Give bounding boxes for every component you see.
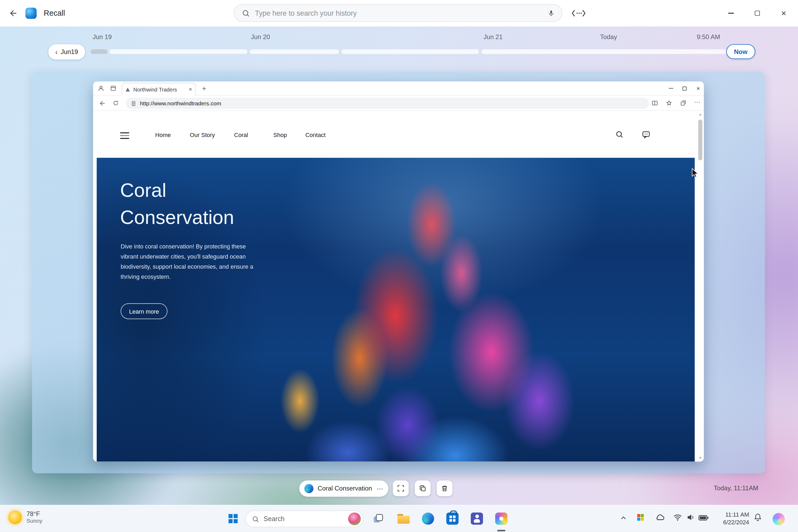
tab-actions-icon[interactable] <box>110 85 116 92</box>
teams-button[interactable] <box>467 508 487 529</box>
trash-icon <box>441 484 449 492</box>
scrollbar-thumb[interactable] <box>698 120 702 160</box>
store-icon <box>446 513 459 525</box>
snapshot-timestamp: Today, 11:11AM <box>702 484 758 492</box>
back-button[interactable] <box>6 6 20 20</box>
profile-icon[interactable] <box>97 84 105 92</box>
recall-logo-icon <box>25 8 37 19</box>
copy-icon <box>419 484 427 492</box>
search-highlight-image[interactable] <box>348 513 361 525</box>
browser-maximize-button[interactable] <box>678 81 692 95</box>
recall-top-bar: Recall ✕ <box>0 0 798 26</box>
battery-icon[interactable] <box>698 514 709 522</box>
file-explorer-button[interactable] <box>394 508 414 529</box>
nav-shop[interactable]: Shop <box>273 132 287 138</box>
clock-date: 6/22/2024 <box>714 519 749 527</box>
hero-banner: Coral Conservation Dive into coral conse… <box>97 158 695 461</box>
timeline-jump-back-button[interactable]: ‹ Jun19 <box>49 44 85 59</box>
timeline-date-label: Today <box>600 34 617 41</box>
copilot-button[interactable] <box>769 509 788 529</box>
browser-back-icon[interactable] <box>99 100 106 107</box>
sun-icon <box>8 510 22 524</box>
site-header: Home Our Story Coral Shop Contact <box>93 111 704 158</box>
new-tab-button[interactable]: + <box>202 84 206 93</box>
split-screen-icon[interactable] <box>651 100 658 107</box>
timeline-segment[interactable] <box>91 50 108 54</box>
browser-address-bar: http://www.northwindtraders.com ⋯ <box>93 96 704 111</box>
notification-bell-icon[interactable] <box>753 513 762 521</box>
edge-icon <box>304 484 314 493</box>
snapshot-source-pill[interactable]: Coral Conservation ⋯ <box>299 480 388 497</box>
volume-icon[interactable] <box>686 513 696 522</box>
tab-title: Northwind Traders <box>133 87 189 93</box>
learn-more-button[interactable]: Learn more <box>120 303 167 319</box>
site-search-icon[interactable] <box>615 130 624 138</box>
microphone-icon[interactable] <box>548 9 555 17</box>
browser-tab[interactable]: Northwind Traders ✕ <box>121 83 196 96</box>
tray-chevron-up-icon[interactable] <box>620 514 627 521</box>
edge-icon <box>422 513 434 525</box>
snapshot-more-icon[interactable]: ⋯ <box>377 484 383 492</box>
favorites-star-icon[interactable] <box>666 100 672 107</box>
wifi-icon[interactable] <box>673 513 682 522</box>
timeline-now-button[interactable]: Now <box>726 44 755 59</box>
delete-button[interactable] <box>437 480 453 496</box>
taskbar: 78°F Sunny Search <box>0 505 798 532</box>
window-minimize-button[interactable] <box>719 0 742 26</box>
nav-our-story[interactable]: Our Story <box>190 132 215 138</box>
app-title: Recall <box>44 9 65 18</box>
task-view-button[interactable] <box>368 508 388 529</box>
onedrive-cloud-icon[interactable] <box>655 513 665 523</box>
tab-close-icon[interactable]: ✕ <box>189 87 192 92</box>
recall-app-button[interactable] <box>491 508 512 529</box>
window-close-button[interactable]: ✕ <box>772 0 795 26</box>
tab-favicon <box>125 87 130 92</box>
timeline-segment[interactable] <box>109 50 247 54</box>
code-more-icon[interactable] <box>570 8 587 18</box>
browser-tab-strip: Northwind Traders ✕ + ✕ <box>93 81 704 96</box>
scroll-up-icon[interactable]: ▲ <box>697 113 703 116</box>
active-app-indicator <box>497 530 506 531</box>
collections-icon[interactable] <box>680 100 687 107</box>
snip-region-button[interactable] <box>393 480 408 496</box>
browser-refresh-icon[interactable] <box>113 100 119 107</box>
timeline-segment[interactable] <box>481 50 733 54</box>
windows-logo-icon <box>228 514 238 523</box>
minimize-icon <box>728 13 734 14</box>
edge-button[interactable] <box>418 508 438 529</box>
search-input[interactable] <box>255 9 548 17</box>
site-chat-icon[interactable] <box>642 130 651 139</box>
window-maximize-button[interactable] <box>746 0 769 26</box>
teams-icon <box>471 513 483 525</box>
browser-settings-icon[interactable]: ⋯ <box>694 99 700 106</box>
nav-contact[interactable]: Contact <box>305 132 326 138</box>
timeline-date-label: Jun 20 <box>251 34 270 41</box>
snip-icon <box>397 484 404 492</box>
tray-ms-icon[interactable] <box>637 514 644 520</box>
nav-coral[interactable]: Coral <box>234 132 248 138</box>
scroll-down-icon[interactable]: ▼ <box>697 456 703 459</box>
store-button[interactable] <box>442 508 463 529</box>
search-icon <box>242 9 250 17</box>
hero-description: Dive into coral conservation! By protect… <box>120 241 259 282</box>
timeline-segment[interactable] <box>342 50 479 54</box>
history-search-bar[interactable] <box>233 4 562 22</box>
start-button[interactable] <box>223 508 243 529</box>
url-field[interactable]: http://www.northwindtraders.com <box>126 98 649 109</box>
edge-browser-window: Northwind Traders ✕ + ✕ <box>93 81 704 461</box>
now-label: Now <box>734 48 747 55</box>
chevron-left-icon: ‹ <box>55 48 58 56</box>
clock-widget[interactable]: 11:11 AM 6/22/2024 <box>714 511 749 526</box>
page-info-icon[interactable] <box>131 100 136 106</box>
copy-button[interactable] <box>415 480 431 496</box>
timeline-segment[interactable] <box>250 50 339 54</box>
page-scrollbar[interactable]: ▲ ▼ <box>697 113 703 460</box>
clock-time: 11:11 AM <box>714 511 749 519</box>
browser-minimize-button[interactable] <box>664 81 678 95</box>
snapshot-card[interactable]: Northwind Traders ✕ + ✕ <box>32 72 765 474</box>
weather-widget[interactable]: 78°F Sunny <box>8 510 42 524</box>
nav-home[interactable]: Home <box>155 132 171 138</box>
taskbar-search-box[interactable]: Search <box>245 510 363 527</box>
browser-close-button[interactable]: ✕ <box>691 81 705 95</box>
hamburger-menu-icon[interactable] <box>120 132 129 139</box>
